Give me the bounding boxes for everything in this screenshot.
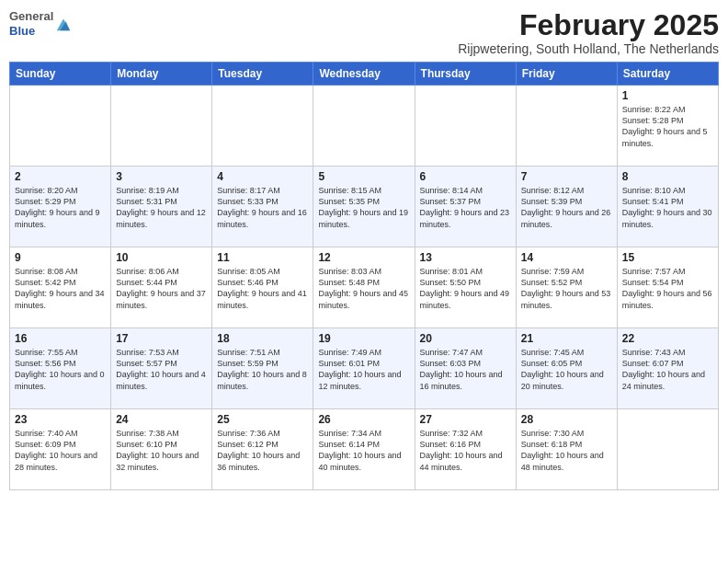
day-number: 27 xyxy=(420,413,511,426)
week-row-2: 9Sunrise: 8:08 AM Sunset: 5:42 PM Daylig… xyxy=(10,247,719,328)
calendar-table: SundayMondayTuesdayWednesdayThursdayFrid… xyxy=(9,62,719,490)
day-info: Sunrise: 8:08 AM Sunset: 5:42 PM Dayligh… xyxy=(15,266,106,311)
day-info: Sunrise: 8:17 AM Sunset: 5:33 PM Dayligh… xyxy=(217,185,308,230)
calendar-cell xyxy=(111,86,212,167)
day-number: 23 xyxy=(15,413,106,426)
day-info: Sunrise: 8:03 AM Sunset: 5:48 PM Dayligh… xyxy=(318,266,409,311)
week-row-3: 16Sunrise: 7:55 AM Sunset: 5:56 PM Dayli… xyxy=(10,328,719,409)
calendar-cell: 14Sunrise: 7:59 AM Sunset: 5:52 PM Dayli… xyxy=(516,247,617,328)
day-number: 6 xyxy=(420,170,511,183)
day-info: Sunrise: 8:05 AM Sunset: 5:46 PM Dayligh… xyxy=(217,266,308,311)
day-info: Sunrise: 7:32 AM Sunset: 6:16 PM Dayligh… xyxy=(420,428,511,473)
day-number: 24 xyxy=(116,413,207,426)
week-row-1: 2Sunrise: 8:20 AM Sunset: 5:29 PM Daylig… xyxy=(10,167,719,247)
week-row-0: 1Sunrise: 8:22 AM Sunset: 5:28 PM Daylig… xyxy=(10,86,719,167)
logo: General Blue xyxy=(9,9,72,38)
calendar-cell xyxy=(516,86,617,167)
calendar-cell: 11Sunrise: 8:05 AM Sunset: 5:46 PM Dayli… xyxy=(212,247,313,328)
day-number: 16 xyxy=(15,332,106,345)
day-number: 10 xyxy=(116,251,207,264)
calendar-cell: 4Sunrise: 8:17 AM Sunset: 5:33 PM Daylig… xyxy=(212,167,313,247)
calendar-cell: 18Sunrise: 7:51 AM Sunset: 5:59 PM Dayli… xyxy=(212,328,313,409)
calendar-cell: 24Sunrise: 7:38 AM Sunset: 6:10 PM Dayli… xyxy=(111,409,212,490)
day-number: 20 xyxy=(420,332,511,345)
day-number: 22 xyxy=(622,332,713,345)
calendar-cell: 7Sunrise: 8:12 AM Sunset: 5:39 PM Daylig… xyxy=(516,167,617,247)
day-number: 26 xyxy=(318,413,409,426)
calendar-cell xyxy=(10,86,111,167)
day-number: 2 xyxy=(15,170,106,183)
day-number: 11 xyxy=(217,251,308,264)
calendar-cell: 17Sunrise: 7:53 AM Sunset: 5:57 PM Dayli… xyxy=(111,328,212,409)
title-area: February 2025 Rijpwetering, South Hollan… xyxy=(458,9,719,56)
calendar-cell: 21Sunrise: 7:45 AM Sunset: 6:05 PM Dayli… xyxy=(516,328,617,409)
day-info: Sunrise: 7:53 AM Sunset: 5:57 PM Dayligh… xyxy=(116,347,207,392)
weekday-header-thursday: Thursday xyxy=(415,63,516,86)
day-info: Sunrise: 8:22 AM Sunset: 5:28 PM Dayligh… xyxy=(622,104,713,149)
calendar-cell: 3Sunrise: 8:19 AM Sunset: 5:31 PM Daylig… xyxy=(111,167,212,247)
calendar-cell: 6Sunrise: 8:14 AM Sunset: 5:37 PM Daylig… xyxy=(415,167,516,247)
calendar-cell: 1Sunrise: 8:22 AM Sunset: 5:28 PM Daylig… xyxy=(617,86,718,167)
calendar-cell: 13Sunrise: 8:01 AM Sunset: 5:50 PM Dayli… xyxy=(415,247,516,328)
day-number: 4 xyxy=(217,170,308,183)
day-number: 1 xyxy=(622,89,713,102)
weekday-header-saturday: Saturday xyxy=(617,63,718,86)
location-title: Rijpwetering, South Holland, The Netherl… xyxy=(458,41,719,56)
weekday-header-friday: Friday xyxy=(516,63,617,86)
weekday-header-sunday: Sunday xyxy=(10,63,111,86)
calendar-cell: 16Sunrise: 7:55 AM Sunset: 5:56 PM Dayli… xyxy=(10,328,111,409)
day-number: 5 xyxy=(318,170,409,183)
page: General Blue February 2025 Rijpwetering,… xyxy=(0,0,728,563)
day-info: Sunrise: 8:15 AM Sunset: 5:35 PM Dayligh… xyxy=(318,185,409,230)
logo-general: General xyxy=(9,9,53,24)
calendar-cell xyxy=(313,86,415,167)
calendar-cell: 2Sunrise: 8:20 AM Sunset: 5:29 PM Daylig… xyxy=(10,167,111,247)
weekday-header-tuesday: Tuesday xyxy=(212,63,313,86)
day-number: 8 xyxy=(622,170,713,183)
calendar-cell: 12Sunrise: 8:03 AM Sunset: 5:48 PM Dayli… xyxy=(313,247,415,328)
day-number: 13 xyxy=(420,251,511,264)
calendar-cell: 15Sunrise: 7:57 AM Sunset: 5:54 PM Dayli… xyxy=(617,247,718,328)
day-info: Sunrise: 8:14 AM Sunset: 5:37 PM Dayligh… xyxy=(420,185,511,230)
day-number: 15 xyxy=(622,251,713,264)
day-info: Sunrise: 7:57 AM Sunset: 5:54 PM Dayligh… xyxy=(622,266,713,311)
calendar-cell: 20Sunrise: 7:47 AM Sunset: 6:03 PM Dayli… xyxy=(415,328,516,409)
day-info: Sunrise: 7:38 AM Sunset: 6:10 PM Dayligh… xyxy=(116,428,207,473)
calendar-cell: 27Sunrise: 7:32 AM Sunset: 6:16 PM Dayli… xyxy=(415,409,516,490)
day-info: Sunrise: 7:30 AM Sunset: 6:18 PM Dayligh… xyxy=(521,428,612,473)
day-number: 28 xyxy=(521,413,612,426)
day-number: 3 xyxy=(116,170,207,183)
day-info: Sunrise: 7:34 AM Sunset: 6:14 PM Dayligh… xyxy=(318,428,409,473)
day-number: 21 xyxy=(521,332,612,345)
day-number: 14 xyxy=(521,251,612,264)
week-row-4: 23Sunrise: 7:40 AM Sunset: 6:09 PM Dayli… xyxy=(10,409,719,490)
weekday-header-wednesday: Wednesday xyxy=(313,63,415,86)
day-info: Sunrise: 7:59 AM Sunset: 5:52 PM Dayligh… xyxy=(521,266,612,311)
calendar-cell: 28Sunrise: 7:30 AM Sunset: 6:18 PM Dayli… xyxy=(516,409,617,490)
calendar-cell xyxy=(617,409,718,490)
day-info: Sunrise: 7:47 AM Sunset: 6:03 PM Dayligh… xyxy=(420,347,511,392)
day-number: 9 xyxy=(15,251,106,264)
calendar-cell: 5Sunrise: 8:15 AM Sunset: 5:35 PM Daylig… xyxy=(313,167,415,247)
day-number: 7 xyxy=(521,170,612,183)
calendar-cell: 19Sunrise: 7:49 AM Sunset: 6:01 PM Dayli… xyxy=(313,328,415,409)
calendar-cell: 25Sunrise: 7:36 AM Sunset: 6:12 PM Dayli… xyxy=(212,409,313,490)
day-info: Sunrise: 7:55 AM Sunset: 5:56 PM Dayligh… xyxy=(15,347,106,392)
logo-blue: Blue xyxy=(9,24,53,39)
header-row: SundayMondayTuesdayWednesdayThursdayFrid… xyxy=(10,63,719,86)
calendar-cell: 23Sunrise: 7:40 AM Sunset: 6:09 PM Dayli… xyxy=(10,409,111,490)
calendar-cell: 8Sunrise: 8:10 AM Sunset: 5:41 PM Daylig… xyxy=(617,167,718,247)
day-info: Sunrise: 7:40 AM Sunset: 6:09 PM Dayligh… xyxy=(15,428,106,473)
day-info: Sunrise: 8:12 AM Sunset: 5:39 PM Dayligh… xyxy=(521,185,612,230)
day-number: 17 xyxy=(116,332,207,345)
day-info: Sunrise: 8:19 AM Sunset: 5:31 PM Dayligh… xyxy=(116,185,207,230)
day-info: Sunrise: 7:45 AM Sunset: 6:05 PM Dayligh… xyxy=(521,347,612,392)
day-info: Sunrise: 8:06 AM Sunset: 5:44 PM Dayligh… xyxy=(116,266,207,311)
calendar-cell: 10Sunrise: 8:06 AM Sunset: 5:44 PM Dayli… xyxy=(111,247,212,328)
day-info: Sunrise: 7:36 AM Sunset: 6:12 PM Dayligh… xyxy=(217,428,308,473)
calendar-cell: 22Sunrise: 7:43 AM Sunset: 6:07 PM Dayli… xyxy=(617,328,718,409)
calendar-cell: 26Sunrise: 7:34 AM Sunset: 6:14 PM Dayli… xyxy=(313,409,415,490)
day-number: 12 xyxy=(318,251,409,264)
weekday-header-monday: Monday xyxy=(111,63,212,86)
day-info: Sunrise: 8:01 AM Sunset: 5:50 PM Dayligh… xyxy=(420,266,511,311)
